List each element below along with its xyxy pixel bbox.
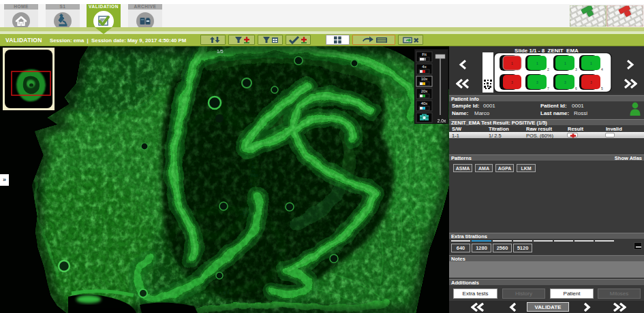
svg-text:4x: 4x xyxy=(422,65,426,69)
svg-text:5: 5 xyxy=(601,86,603,90)
svg-text:2.0x: 2.0x xyxy=(438,118,446,123)
svg-text:1: 1 xyxy=(590,61,592,65)
svg-text:7: 7 xyxy=(547,86,549,90)
svg-text:3: 3 xyxy=(564,80,566,84)
svg-text:3: 3 xyxy=(511,80,513,84)
svg-text:3: 3 xyxy=(536,80,538,84)
svg-text:10x: 10x xyxy=(421,77,428,81)
svg-text:6: 6 xyxy=(575,86,577,90)
svg-text:1: 1 xyxy=(511,61,513,65)
svg-text:Fit: Fit xyxy=(422,52,427,56)
svg-text:4: 4 xyxy=(601,67,603,71)
svg-text:2: 2 xyxy=(547,67,549,71)
svg-text:1: 1 xyxy=(564,61,566,65)
svg-text:20x: 20x xyxy=(421,89,428,93)
svg-text:40x: 40x xyxy=(421,101,428,105)
svg-text:3: 3 xyxy=(590,80,592,84)
svg-text:1: 1 xyxy=(536,61,538,65)
svg-text:3: 3 xyxy=(575,67,577,71)
